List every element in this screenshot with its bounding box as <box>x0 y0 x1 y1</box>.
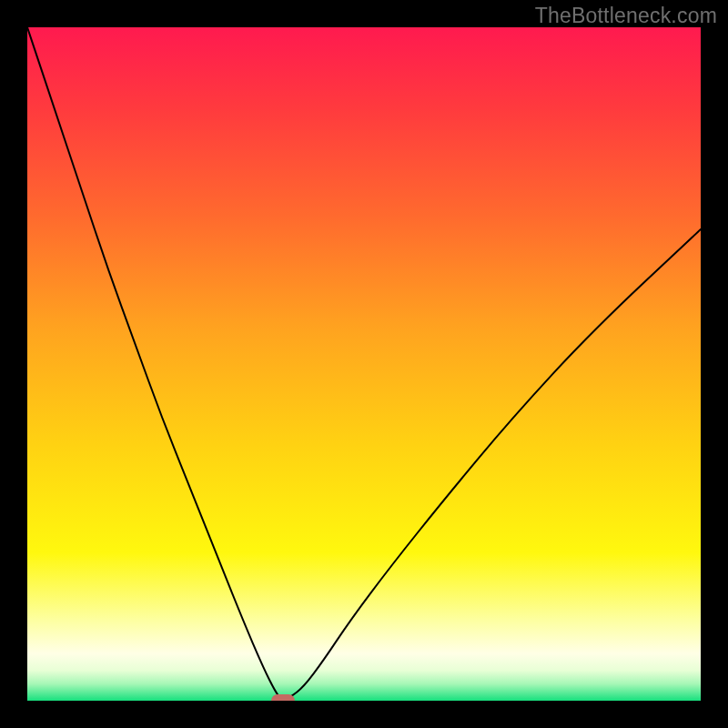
optimal-point-marker <box>271 694 295 701</box>
bottleneck-curve <box>27 27 701 701</box>
watermark-text: TheBottleneck.com <box>535 4 717 28</box>
chart-frame: TheBottleneck.com <box>0 0 728 728</box>
plot-area <box>27 27 701 701</box>
